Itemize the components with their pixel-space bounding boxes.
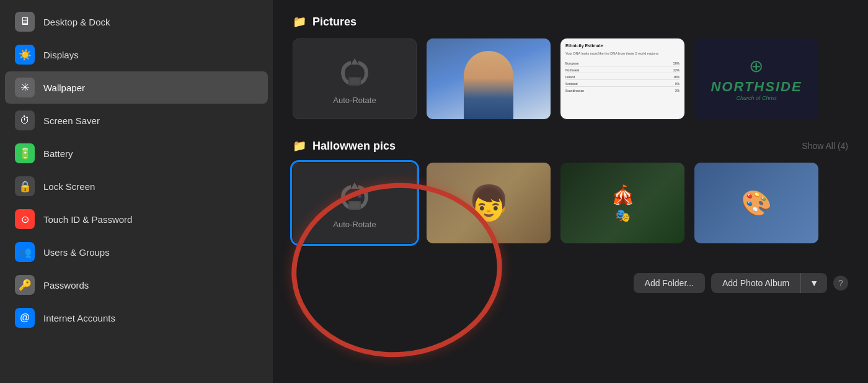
doc-title: Ethnicity Estimate [565,43,680,48]
battery-icon: 🔋 [15,143,35,163]
pictures-folder-icon: 📁 [293,15,306,29]
sidebar-item-passwords[interactable]: 🔑 Passwords [5,269,268,301]
auto-rotate-halloween-label: Auto-Rotate [333,220,376,229]
svg-point-4 [348,194,352,198]
add-photo-album-dropdown-button[interactable]: ▼ [800,273,827,293]
halloween-section-title: Hallowwen pics [312,140,396,153]
users-groups-icon: 👥 [15,242,35,262]
chevron-down-icon: ▼ [810,278,818,288]
sidebar-item-label: Desktop & Dock [43,17,110,27]
auto-rotate-pictures-label: Auto-Rotate [333,96,376,105]
add-photo-album-button[interactable]: Add Photo Album [711,273,800,293]
sidebar-item-label: Battery [43,148,73,159]
sidebar-item-wallpaper[interactable]: ✳ Wallpaper [5,71,268,104]
sidebar-item-label: Lock Screen [43,181,95,192]
passwords-icon: 🔑 [15,275,35,295]
doc-subtitle: Your DNA looks most like the DNA from th… [565,52,680,56]
help-button[interactable]: ? [833,276,848,291]
halloween-child-thumb[interactable]: 👦 [427,163,551,243]
main-content: 📁 Pictures Auto-Rotate [273,0,868,383]
doc-row-1: European58% [565,61,680,66]
church-compass-icon: ⊕ [749,56,763,76]
auto-rotate-halloween-icon-wrap: Auto-Rotate [333,163,376,243]
sidebar-item-label: Screen Saver [43,115,100,126]
add-folder-button[interactable]: Add Folder... [634,273,705,293]
sidebar-item-battery[interactable]: 🔋 Battery [5,137,268,169]
auto-rotate-halloween-card[interactable]: Auto-Rotate [293,163,417,243]
sidebar-item-screen-saver[interactable]: ⏱ Screen Saver [5,104,268,137]
recycle-icon [336,53,373,91]
halloween-grid: Auto-Rotate 👦 🎪 🎭 🎨 [293,163,848,243]
sidebar-item-label: Displays [43,50,79,60]
halloween-section-header: 📁 Hallowwen pics Show All (4) [293,139,848,153]
sidebar-item-internet-accounts[interactable]: @ Internet Accounts [5,302,268,334]
svg-rect-3 [350,202,360,209]
internet-accounts-icon: @ [15,308,35,328]
touch-id-icon: ⊙ [15,209,35,229]
halloween-costume-thumb[interactable]: 🎨 [694,163,818,243]
halloween-carnival-thumb[interactable]: 🎪 🎭 [560,163,684,243]
svg-rect-1 [350,78,360,84]
auto-rotate-pictures-card[interactable]: Auto-Rotate [293,38,417,119]
doc-row-2: Northwest22% [565,68,680,73]
portrait-photo-thumb[interactable] [427,38,551,119]
svg-point-5 [358,194,361,198]
sidebar-item-label: Touch ID & Password [43,214,132,225]
pictures-section-header: 📁 Pictures [293,15,848,29]
document-photo-thumb[interactable]: Ethnicity Estimate Your DNA looks most l… [560,38,684,119]
desktop-dock-icon: 🖥 [15,12,35,32]
sidebar-item-displays[interactable]: ☀️ Displays [5,38,268,71]
recycle-halloween-icon [336,178,373,215]
halloween-folder-icon: 📁 [293,139,306,153]
wallpaper-icon: ✳ [15,78,35,97]
halloween-show-all[interactable]: Show All (4) [802,141,848,151]
church-photo-thumb[interactable]: ⊕ NORTHSIDE Church of Christ [694,38,818,119]
doc-row-4: Scotland9% [565,81,680,87]
bottom-bar: Add Folder... Add Photo Album ▼ ? [293,263,848,293]
auto-rotate-icon-wrap: Auto-Rotate [333,39,376,119]
sidebar-item-label: Users & Groups [43,247,110,258]
sidebar-item-touch-id[interactable]: ⊙ Touch ID & Password [5,203,268,235]
sidebar-item-label: Internet Accounts [43,313,115,323]
lock-screen-icon: 🔒 [15,176,35,196]
halloween-section: 📁 Hallowwen pics Show All (4) [293,139,848,243]
sidebar-item-desktop-dock[interactable]: 🖥 Desktop & Dock [5,6,268,38]
pictures-section-title: Pictures [312,16,356,29]
add-photo-album-group: Add Photo Album ▼ [711,273,827,293]
pictures-grid: Auto-Rotate Ethnicity Estimate Your DNA … [293,38,848,119]
displays-icon: ☀️ [15,45,35,65]
sidebar-item-lock-screen[interactable]: 🔒 Lock Screen [5,170,268,202]
doc-row-3: Ireland18% [565,74,680,80]
church-logo-northside: NORTHSIDE [711,79,802,95]
sidebar-item-label: Passwords [43,280,89,291]
church-logo-sub: Church of Christ [736,95,776,102]
sidebar-item-users-groups[interactable]: 👥 Users & Groups [5,236,268,268]
sidebar-item-label: Wallpaper [43,83,85,93]
sidebar: 🖥 Desktop & Dock ☀️ Displays ✳ Wallpaper… [0,0,273,383]
doc-row-5: Scandinavian3% [565,88,680,93]
screen-saver-icon: ⏱ [15,110,35,130]
